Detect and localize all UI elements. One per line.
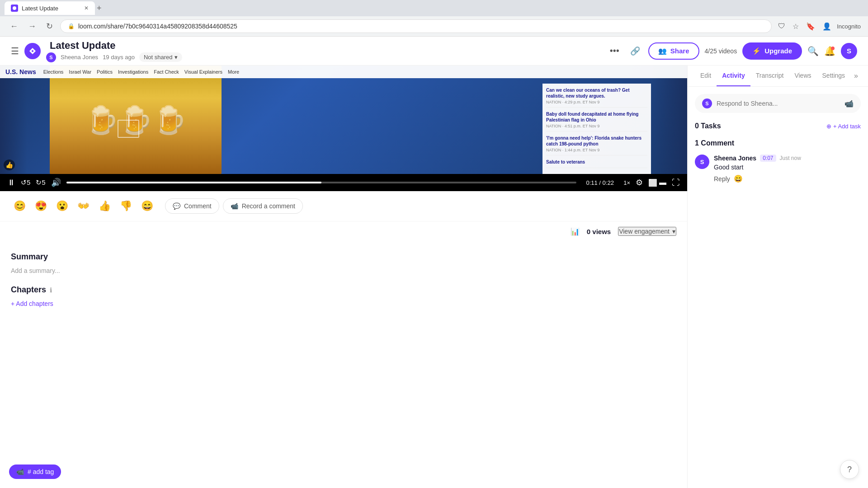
new-tab-btn[interactable]: + [97, 4, 102, 13]
nav-elections: Elections [43, 69, 64, 75]
rewind-btn[interactable]: ↺5 [21, 178, 30, 187]
current-time: 0:11 [586, 179, 597, 186]
notification-dot [831, 47, 835, 50]
emoji-thumbsup[interactable]: 👍 [96, 197, 113, 215]
reload-btn[interactable]: ↻ [43, 19, 56, 33]
notifications-btn[interactable]: 🔔 [824, 46, 835, 56]
layout-btns: ⬜ ▬ [648, 178, 666, 187]
summary-section: Summary Add a summary... [11, 252, 676, 274]
chapters-section: Chapters ℹ + Add chapters [11, 285, 676, 307]
add-summary-input[interactable]: Add a summary... [11, 267, 676, 274]
forward-btn[interactable]: → [25, 20, 39, 33]
comment-author: Sheena Jones [714, 155, 756, 162]
add-task-label: + Add task [833, 123, 861, 130]
more-options-btn[interactable]: ••• [607, 43, 622, 59]
back-btn[interactable]: ← [7, 20, 21, 33]
header-meta: S Sheena Jones 19 days ago Not shared ▾ [46, 52, 182, 62]
chapters-header: Chapters ℹ [11, 285, 676, 295]
settings-btn[interactable]: ⚙ [636, 178, 643, 188]
play-pause-btn[interactable]: ⏸ [7, 178, 15, 188]
user-avatar[interactable]: S [841, 43, 857, 59]
tab-transcript[interactable]: Transcript [750, 66, 789, 86]
copy-link-btn[interactable]: 🔗 [627, 43, 643, 59]
share-status-badge[interactable]: Not shared ▾ [139, 52, 182, 62]
emoji-happy[interactable]: 😊 [11, 197, 28, 215]
forward-btn-ctrl[interactable]: ↻5 [36, 178, 45, 187]
chapters-info-icon[interactable]: ℹ [50, 286, 52, 294]
app-logo [24, 43, 41, 59]
volume-btn[interactable]: 🔊 [51, 178, 61, 188]
emoji-thumbsdown[interactable]: 👎 [117, 197, 135, 215]
record-comment-btn[interactable]: 📹 Record a comment [223, 198, 303, 214]
fullscreen-btn[interactable]: ⛶ [672, 178, 680, 188]
tab-close-btn[interactable]: ✕ [84, 5, 89, 11]
menu-btn[interactable]: ☰ [11, 46, 19, 56]
comment-icon: 💬 [173, 202, 180, 210]
tab-settings[interactable]: Settings [817, 66, 851, 86]
video-controls: ⏸ ↺5 ↻5 🔊 0:11 / 0:22 1× ⚙ ⬜ [0, 174, 687, 191]
extension-icon[interactable]: 🛡 [776, 20, 787, 32]
video-count: 4/25 videos [705, 47, 737, 55]
help-btn[interactable]: ? [840, 460, 859, 479]
comment-timestamp[interactable]: 0:07 [760, 155, 776, 162]
comment-actions: Reply 😄 [714, 174, 861, 183]
reply-btn[interactable]: Reply [714, 175, 730, 183]
respond-video-icon[interactable]: 📹 [844, 99, 854, 108]
share-btn[interactable]: 👥 Share [648, 42, 699, 60]
browser-tab[interactable]: Latest Update ✕ [5, 1, 95, 15]
news-item-meta-2: NATION · 4:51 p.m. ET Nov 9 [546, 124, 647, 128]
speed-btn[interactable]: 1× [623, 179, 630, 186]
author-name: Sheena Jones [61, 54, 98, 61]
nav-visual: Visual Explainers [184, 69, 222, 75]
svg-point-1 [32, 50, 33, 52]
picture-in-picture-btn[interactable]: ⬜ [648, 178, 657, 187]
emoji-more[interactable]: 😄 [138, 197, 156, 215]
panel-expand-btn[interactable]: » [850, 66, 862, 86]
header-actions: ••• 🔗 👥 Share 4/25 videos ⚡ Upgrade 🔍 🔔 … [607, 42, 857, 60]
emoji-love[interactable]: 😍 [32, 197, 50, 215]
news-item-meta-1: NATION · 4:29 p.m. ET Nov 9 [546, 100, 647, 104]
bookmark-btn[interactable]: 🔖 [804, 20, 817, 33]
record-label: Record a comment [242, 202, 295, 210]
respond-input[interactable] [717, 100, 840, 107]
news-item-title-3: 'I'm gonna need help': Florida snake hun… [546, 135, 647, 147]
emoji-overlay: 👍 [4, 160, 15, 170]
share-status-chevron: ▾ [175, 54, 178, 61]
tag-bar[interactable]: 📹 # add tag [9, 465, 61, 479]
upgrade-icon: ⚡ [752, 47, 761, 55]
tab-edit[interactable]: Edit [695, 66, 717, 86]
search-btn[interactable]: 🔍 [807, 46, 819, 56]
chapters-heading: Chapters [11, 285, 46, 295]
tab-views[interactable]: Views [789, 66, 816, 86]
add-chapters-btn[interactable]: + Add chapters [11, 300, 676, 307]
view-engagement-btn[interactable]: View engagement ▾ [618, 227, 676, 236]
news-item-2: Baby doll found decapitated at home flyi… [546, 111, 647, 131]
tab-activity[interactable]: Activity [717, 66, 750, 86]
stats-bar: 📊 0 views View engagement ▾ [0, 221, 687, 241]
address-bar[interactable]: 🔒 loom.com/share/7b0c9640314a45809208358… [60, 19, 772, 33]
comment-reaction-btn[interactable]: 😄 [734, 174, 743, 183]
news-item-3: 'I'm gonna need help': Florida snake hun… [546, 135, 647, 155]
time-display: 0:11 / 0:22 [582, 179, 618, 186]
emoji-wow[interactable]: 😮 [53, 197, 71, 215]
comment-btn[interactable]: 💬 Comment [165, 198, 219, 214]
comment-header: Sheena Jones 0:07 Just now [714, 155, 861, 162]
video-thumbnail: 🍺🍺🍺 U.S. News Elections Israel War Polit… [0, 66, 687, 174]
progress-bar[interactable] [66, 182, 576, 183]
upgrade-btn[interactable]: ⚡ Upgrade [742, 42, 802, 60]
theater-btn[interactable]: ▬ [659, 178, 666, 187]
loom-icon-tag: 📹 [16, 468, 24, 475]
lock-icon: 🔒 [68, 23, 75, 29]
nav-investigations: Investigations [118, 69, 148, 75]
comment-author-avatar: S [695, 155, 709, 169]
add-task-btn[interactable]: ⊕ + Add task [826, 123, 861, 130]
nav-politics: Politics [97, 69, 113, 75]
emoji-clap[interactable]: 👐 [75, 197, 92, 215]
nav-factcheck: Fact Check [154, 69, 179, 75]
selection-rect [118, 120, 139, 138]
profile-btn[interactable]: 👤 [821, 20, 833, 33]
chart-icon: 📊 [571, 227, 580, 236]
news-nav: Elections Israel War Politics Investigat… [43, 69, 239, 75]
star-btn[interactable]: ☆ [791, 20, 801, 33]
incognito-label: Incognito [837, 23, 861, 30]
